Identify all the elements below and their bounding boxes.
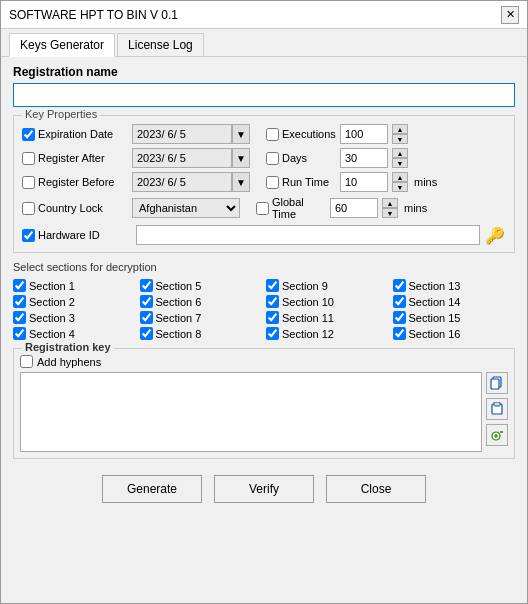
section-checkbox-5[interactable] <box>13 295 26 308</box>
section-checkbox-10[interactable] <box>140 311 153 324</box>
section-checkbox-11[interactable] <box>266 311 279 324</box>
list-item: Section 10 <box>266 295 389 308</box>
global-time-group: Global Time ▲ ▼ mins <box>256 196 427 220</box>
registration-key-textarea[interactable] <box>20 372 482 452</box>
registration-key-group: Registration key Add hyphens <box>13 348 515 459</box>
hardware-id-label: Hardware ID <box>22 229 132 242</box>
country-lock-label: Country Lock <box>22 202 132 215</box>
tab-bar: Keys Generator License Log <box>1 29 527 57</box>
list-item: Section 12 <box>266 327 389 340</box>
hardware-id-checkbox[interactable] <box>22 229 35 242</box>
global-time-spin-btns: ▲ ▼ <box>382 198 398 218</box>
days-spin-down[interactable]: ▼ <box>392 158 408 168</box>
tab-license-log[interactable]: License Log <box>117 33 204 56</box>
reg-key-area-wrapper <box>20 372 508 452</box>
run-time-input[interactable] <box>340 172 388 192</box>
days-spin-up[interactable]: ▲ <box>392 148 408 158</box>
days-group: Days ▲ ▼ <box>266 148 408 168</box>
expiration-date-picker-btn[interactable]: ▼ <box>232 124 250 144</box>
global-time-spin-down[interactable]: ▼ <box>382 208 398 218</box>
section-checkbox-13[interactable] <box>13 327 26 340</box>
section-checkbox-1[interactable] <box>13 279 26 292</box>
run-time-spin-down[interactable]: ▼ <box>392 182 408 192</box>
sections-title: Select sections for decryption <box>13 261 515 273</box>
tab-keys-generator[interactable]: Keys Generator <box>9 33 115 57</box>
verify-button[interactable]: Verify <box>214 475 314 503</box>
register-after-label: Register After <box>22 152 132 165</box>
days-label: Days <box>266 152 336 165</box>
list-item: Section 3 <box>13 311 136 324</box>
register-after-date-input[interactable] <box>132 148 232 168</box>
country-lock-checkbox[interactable] <box>22 202 35 215</box>
list-item: Section 11 <box>266 311 389 324</box>
main-window: SOFTWARE HPT TO BIN V 0.1 ✕ Keys Generat… <box>0 0 528 604</box>
run-time-spin-btns: ▲ ▼ <box>392 172 408 192</box>
run-time-spin-up[interactable]: ▲ <box>392 172 408 182</box>
key-props-row-1: Expiration Date ▼ Executions ▲ ▼ <box>22 124 506 144</box>
hardware-id-row: Hardware ID 🔑 <box>22 224 506 246</box>
section-checkbox-12[interactable] <box>393 311 406 324</box>
days-input[interactable] <box>340 148 388 168</box>
paste-key-button[interactable] <box>486 398 508 420</box>
country-lock-select[interactable]: Afghanistan <box>132 198 240 218</box>
executions-input[interactable] <box>340 124 388 144</box>
close-window-button[interactable]: ✕ <box>501 6 519 24</box>
key-properties-title: Key Properties <box>22 108 100 120</box>
add-hyphens-checkbox[interactable] <box>20 355 33 368</box>
section-checkbox-4[interactable] <box>393 279 406 292</box>
executions-group: Executions ▲ ▼ <box>266 124 408 144</box>
section-checkbox-14[interactable] <box>140 327 153 340</box>
expiration-date-checkbox[interactable] <box>22 128 35 141</box>
key-props-row-2: Register After ▼ Days ▲ ▼ <box>22 148 506 168</box>
footer-buttons: Generate Verify Close <box>13 467 515 509</box>
global-time-spin-up[interactable]: ▲ <box>382 198 398 208</box>
list-item: Section 1 <box>13 279 136 292</box>
list-item: Section 6 <box>140 295 263 308</box>
section-checkbox-16[interactable] <box>393 327 406 340</box>
generate-button[interactable]: Generate <box>102 475 202 503</box>
sections-grid: Section 1Section 5Section 9Section 13Sec… <box>13 279 515 340</box>
expiration-date-input[interactable] <box>132 124 232 144</box>
register-before-checkbox[interactable] <box>22 176 35 189</box>
section-checkbox-2[interactable] <box>140 279 153 292</box>
section-checkbox-6[interactable] <box>140 295 153 308</box>
expiration-date-label: Expiration Date <box>22 128 132 141</box>
section-checkbox-9[interactable] <box>13 311 26 324</box>
add-hyphens-row: Add hyphens <box>20 355 508 368</box>
close-button[interactable]: Close <box>326 475 426 503</box>
key-props-row-3: Register Before ▼ Run Time ▲ ▼ <box>22 172 506 192</box>
register-after-checkbox[interactable] <box>22 152 35 165</box>
register-after-date-picker-btn[interactable]: ▼ <box>232 148 250 168</box>
section-checkbox-15[interactable] <box>266 327 279 340</box>
section-checkbox-7[interactable] <box>266 295 279 308</box>
list-item: Section 15 <box>393 311 516 324</box>
register-after-date-wrapper: ▼ <box>132 148 250 168</box>
list-item: Section 16 <box>393 327 516 340</box>
hardware-id-input[interactable] <box>136 225 480 245</box>
key-props-row-4: Country Lock Afghanistan Global Time ▲ ▼ <box>22 196 506 220</box>
register-before-date-input[interactable] <box>132 172 232 192</box>
hardware-id-icon-btn[interactable]: 🔑 <box>484 224 506 246</box>
copy-key-button[interactable] <box>486 372 508 394</box>
executions-checkbox[interactable] <box>266 128 279 141</box>
executions-spin-up[interactable]: ▲ <box>392 124 408 134</box>
global-time-label: Global Time <box>256 196 326 220</box>
days-checkbox[interactable] <box>266 152 279 165</box>
register-before-date-picker-btn[interactable]: ▼ <box>232 172 250 192</box>
svg-rect-1 <box>491 379 499 389</box>
registration-name-input[interactable] <box>13 83 515 107</box>
registration-name-group: Registration name <box>13 65 515 107</box>
add-key-button[interactable] <box>486 424 508 446</box>
title-bar: SOFTWARE HPT TO BIN V 0.1 ✕ <box>1 1 527 29</box>
run-time-checkbox[interactable] <box>266 176 279 189</box>
reg-key-side-buttons <box>486 372 508 452</box>
global-time-checkbox[interactable] <box>256 202 269 215</box>
executions-spin-down[interactable]: ▼ <box>392 134 408 144</box>
section-checkbox-3[interactable] <box>266 279 279 292</box>
global-time-input[interactable] <box>330 198 378 218</box>
global-time-mins-label: mins <box>404 202 427 214</box>
section-checkbox-8[interactable] <box>393 295 406 308</box>
list-item: Section 14 <box>393 295 516 308</box>
add-hyphens-label: Add hyphens <box>37 356 101 368</box>
list-item: Section 2 <box>13 295 136 308</box>
